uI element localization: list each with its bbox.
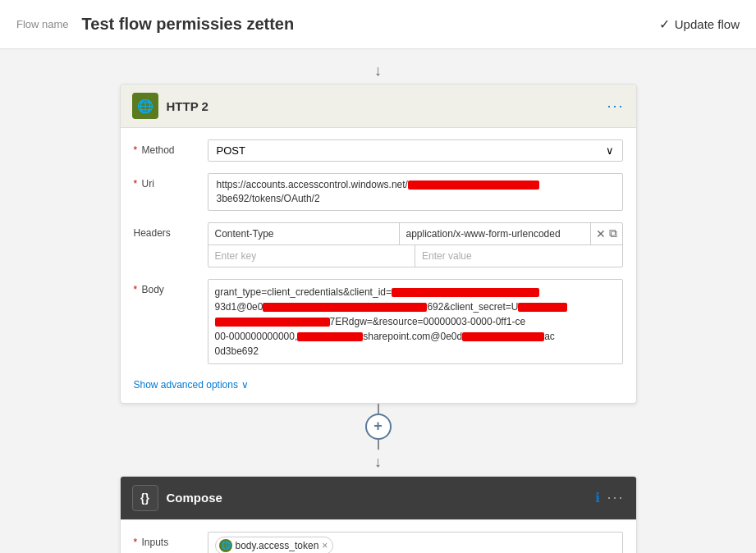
add-step-button[interactable]: + xyxy=(365,414,392,440)
advanced-options-link[interactable]: Show advanced options ∨ xyxy=(134,379,249,391)
http2-title: HTTP 2 xyxy=(167,99,607,113)
uri-label: * Uri xyxy=(134,173,208,190)
http2-card-header: 🌐 HTTP 2 ··· xyxy=(121,85,636,128)
body-line4-suffix: ac xyxy=(544,331,555,342)
uri-suffix: 3be692/tokens/OAuth/2 xyxy=(217,193,320,204)
headers-table: Content-Type application/x-www-form-urle… xyxy=(208,222,623,267)
access-token-tag: 🌐 body.access_token × xyxy=(215,537,334,553)
add-step-connector: + ↓ xyxy=(365,404,392,476)
headers-row: Headers Content-Type application/x-www-f… xyxy=(134,222,623,267)
flow-name-label: Flow name xyxy=(16,18,69,30)
body-row: * Body grant_type=client_credentials&cli… xyxy=(134,279,623,364)
body-redacted-4 xyxy=(215,318,330,327)
canvas: ↓ 🌐 HTTP 2 ··· * Method POST ∨ xyxy=(0,49,756,553)
compose-menu-button[interactable]: ··· xyxy=(607,489,624,506)
compose-title: Compose xyxy=(167,491,596,505)
http2-menu-button[interactable]: ··· xyxy=(607,98,624,115)
http2-card-body: * Method POST ∨ * Uri htt xyxy=(121,128,636,403)
token-close-button[interactable]: × xyxy=(322,540,328,551)
connector-line-top xyxy=(378,404,379,414)
check-icon: ✓ xyxy=(659,16,670,32)
method-select[interactable]: POST ∨ xyxy=(208,139,623,162)
inputs-control[interactable]: 🌐 body.access_token × xyxy=(208,532,623,553)
header-key-placeholder[interactable]: Enter key xyxy=(208,245,416,267)
app-header: Flow name Test flow permissies zetten ✓ … xyxy=(0,0,756,49)
connector-line-bottom xyxy=(378,440,379,450)
header-row-actions: ✕ ⧉ xyxy=(590,223,622,245)
uri-input[interactable]: https://accounts.accesscontrol.windows.n… xyxy=(208,173,623,211)
compose-card-header: {} Compose ℹ ··· xyxy=(121,477,636,520)
uri-row: * Uri https://accounts.accesscontrol.win… xyxy=(134,173,623,211)
headers-data-row: Content-Type application/x-www-form-urle… xyxy=(208,223,622,245)
method-value: POST xyxy=(217,144,245,157)
body-line4: 00-000000000000, xyxy=(215,331,298,342)
token-globe-icon: 🌐 xyxy=(219,539,232,552)
arrow-connector-top: ↓ xyxy=(374,57,382,84)
headers-control: Content-Type application/x-www-form-urle… xyxy=(208,222,623,267)
body-line2-suffix: 692&client_secret=U xyxy=(427,301,518,313)
token-label: body.access_token xyxy=(236,540,319,551)
body-input[interactable]: grant_type=client_credentials&client_id=… xyxy=(208,279,623,364)
body-line5: 0d3be692 xyxy=(215,345,259,357)
uri-control[interactable]: https://accounts.accesscontrol.windows.n… xyxy=(208,173,623,211)
body-label: * Body xyxy=(134,279,208,295)
compose-card: {} Compose ℹ ··· * Inputs 🌐 body.access_… xyxy=(120,476,637,553)
advanced-options-label: Show advanced options xyxy=(134,379,238,391)
inputs-row: * Inputs 🌐 body.access_token × xyxy=(134,532,623,553)
body-line2: 93d1@0e0 xyxy=(215,301,263,313)
inputs-field[interactable]: 🌐 body.access_token × xyxy=(208,532,623,553)
http2-card: 🌐 HTTP 2 ··· * Method POST ∨ xyxy=(120,84,637,404)
headers-label: Headers xyxy=(134,222,208,239)
compose-icon: {} xyxy=(132,485,158,511)
chevron-down-icon: ∨ xyxy=(606,144,614,157)
body-redacted-2 xyxy=(263,303,427,312)
header-key-1[interactable]: Content-Type xyxy=(208,223,400,245)
arrow-connector-bottom: ↓ xyxy=(374,450,382,476)
inputs-label: * Inputs xyxy=(134,532,208,548)
body-line3-suffix: 7ERdgw=&resource=00000003-0000-0ff1-ce xyxy=(330,316,526,327)
update-flow-button[interactable]: ✓ Update flow xyxy=(659,16,740,32)
plus-icon: + xyxy=(373,418,383,435)
header-val-placeholder[interactable]: Enter value xyxy=(415,245,622,267)
uri-redacted xyxy=(408,181,539,190)
body-redacted-5 xyxy=(297,332,363,341)
compose-info-icon[interactable]: ℹ xyxy=(595,490,600,505)
header-delete-icon[interactable]: ✕ xyxy=(596,227,606,240)
header-val-1[interactable]: application/x-www-form-urlencoded xyxy=(400,223,590,245)
headers-empty-row: Enter key Enter value xyxy=(208,245,622,267)
flow-title: Test flow permissies zetten xyxy=(82,15,295,34)
method-row: * Method POST ∨ xyxy=(134,139,623,162)
method-control: POST ∨ xyxy=(208,139,623,162)
body-line4-mid: sharepoint.com@0e0d xyxy=(363,331,462,342)
method-label: * Method xyxy=(134,139,208,156)
compose-card-body: * Inputs 🌐 body.access_token × xyxy=(121,520,636,553)
uri-prefix: https://accounts.accesscontrol.windows.n… xyxy=(217,179,408,190)
body-line1-prefix: grant_type=client_credentials&client_id= xyxy=(215,286,392,298)
update-flow-label: Update flow xyxy=(675,17,740,31)
body-redacted-6 xyxy=(462,332,544,341)
chevron-down-icon: ∨ xyxy=(241,379,249,391)
body-control[interactable]: grant_type=client_credentials&client_id=… xyxy=(208,279,623,364)
body-redacted-1 xyxy=(392,288,539,297)
body-redacted-3 xyxy=(518,303,567,312)
header-copy-icon[interactable]: ⧉ xyxy=(609,226,617,240)
http2-icon: 🌐 xyxy=(132,93,158,119)
